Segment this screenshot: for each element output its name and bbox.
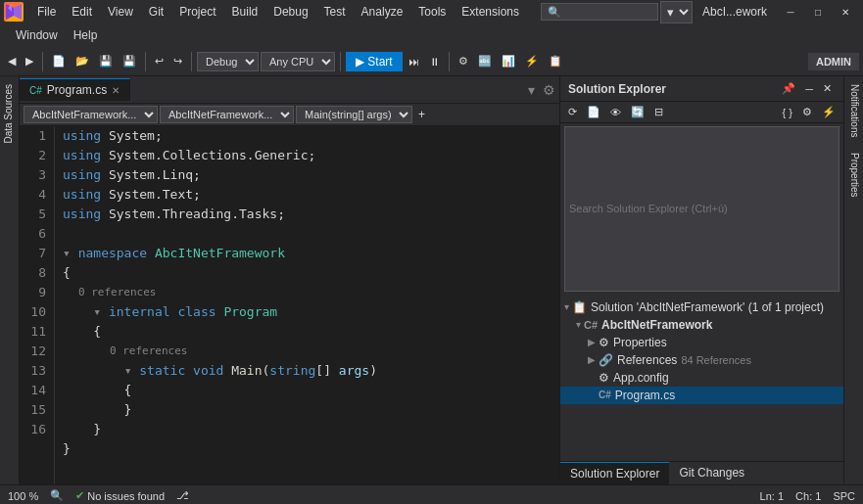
toolbar-redo[interactable]: ↪	[169, 53, 186, 69]
sidebar-data-sources[interactable]: Data Sources	[0, 76, 19, 152]
toolbar-misc3[interactable]: 📊	[498, 53, 519, 69]
se-sync-button[interactable]: ⟳	[564, 104, 581, 120]
se-tab-solution-explorer[interactable]: Solution Explorer	[560, 462, 669, 484]
se-header: Solution Explorer 📌 ─ ✕	[560, 76, 843, 102]
toolbar-forward[interactable]: ▶	[22, 53, 37, 69]
menu-window[interactable]: Window	[8, 26, 66, 44]
app-title: AbcI...ework	[693, 5, 777, 19]
menu-test[interactable]: Test	[316, 3, 354, 21]
member-dropdown[interactable]: Main(string[] args)	[296, 106, 412, 123]
toolbar-open[interactable]: 📂	[72, 53, 93, 69]
toolbar-misc4[interactable]: ⚡	[521, 53, 543, 69]
editor-tab-program[interactable]: C# Program.cs ✕	[20, 78, 130, 101]
se-filter-btn[interactable]: ⚡	[818, 104, 839, 120]
se-close-button[interactable]: ✕	[819, 80, 836, 97]
editor-scrollbar[interactable]	[551, 126, 559, 484]
maximize-button[interactable]: □	[804, 0, 832, 23]
se-refresh-button[interactable]: 🔄	[627, 104, 648, 120]
notifications-tab[interactable]: Notifications	[844, 76, 863, 145]
cs-file-icon: C#	[29, 85, 42, 96]
toolbar-save[interactable]: 💾	[95, 53, 117, 69]
minimize-button[interactable]: ─	[777, 0, 804, 23]
menu-debug[interactable]: Debug	[265, 3, 315, 21]
zoom-status[interactable]: 100 %	[8, 490, 38, 502]
tab-close-button[interactable]: ✕	[112, 85, 120, 96]
se-search-input[interactable]	[564, 126, 839, 292]
menu-view[interactable]: View	[100, 3, 141, 21]
code-line-2: using System.Collections.Generic;	[63, 146, 544, 165]
references-count: 84 References	[681, 354, 751, 366]
toolbar-save-all[interactable]: 💾	[119, 53, 140, 69]
se-properties-item[interactable]: ▶ ⚙ Properties	[560, 334, 843, 351]
se-references-item[interactable]: ▶ 🔗 References 84 References	[560, 351, 843, 369]
project-label: AbcItNetFramework	[601, 318, 712, 332]
close-button[interactable]: ✕	[832, 0, 859, 23]
toolbar-step-over[interactable]: ⏭	[405, 54, 423, 69]
code-line-4: using System.Text;	[63, 185, 544, 205]
se-collapse-button[interactable]: ─	[801, 80, 817, 97]
menu-file[interactable]: File	[29, 3, 64, 21]
menu-extensions[interactable]: Extensions	[454, 3, 527, 21]
properties-tab[interactable]: Properties	[844, 145, 863, 206]
se-project-item[interactable]: ▾ C# AbcItNetFramework	[560, 316, 843, 334]
intellisense-status[interactable]: 🔍	[50, 489, 64, 502]
code-line-15: }	[63, 439, 544, 459]
toolbar-misc2[interactable]: 🔤	[474, 53, 496, 69]
se-collapse-all-button[interactable]: ⊟	[650, 104, 667, 120]
config-dropdown[interactable]: Debug	[197, 52, 259, 71]
se-appconfig-item[interactable]: ▶ ⚙ App.config	[560, 369, 843, 387]
platform-dropdown[interactable]: Any CPU	[261, 52, 335, 71]
namespace-dropdown[interactable]: AbcItNetFramework...	[24, 106, 158, 123]
se-title: Solution Explorer	[568, 82, 666, 96]
code-line-8: {	[63, 263, 544, 283]
menu-bar: File Edit View Git Project Build Debug T…	[0, 0, 863, 23]
code-editor[interactable]: 12345 678910 1112131415 16 using System;…	[20, 126, 559, 484]
admin-button[interactable]: ADMIN	[808, 53, 859, 70]
se-pin-button[interactable]: 📌	[778, 80, 799, 97]
editor-collapse-button[interactable]: ▾	[524, 82, 539, 98]
code-content[interactable]: using System; using System.Collections.G…	[55, 126, 551, 484]
global-search-input[interactable]	[541, 3, 658, 21]
menu-tools[interactable]: Tools	[410, 3, 454, 21]
menu-analyze[interactable]: Analyze	[354, 3, 411, 21]
menu-project[interactable]: Project	[171, 3, 223, 21]
window-controls: ─ □ ✕	[777, 0, 859, 23]
code-line-9: ▾ internal class Program	[63, 302, 544, 322]
editor-settings-button[interactable]: ⚙	[539, 82, 559, 98]
start-button[interactable]: ▶ Start	[346, 52, 403, 71]
se-toolbar: ⟳ 📄 👁 🔄 ⊟ { } ⚙ ⚡	[560, 102, 843, 123]
toolbar-sep2	[145, 52, 146, 71]
class-dropdown[interactable]: AbcItNetFramework...	[160, 106, 294, 123]
programcs-label: Program.cs	[615, 389, 675, 402]
code-line-6	[63, 224, 544, 244]
se-solution-item[interactable]: ▾ 📋 Solution 'AbcItNetFramework' (1 of 1…	[560, 298, 843, 316]
se-new-file-button[interactable]: 📄	[583, 104, 604, 120]
solution-label: Solution 'AbcItNetFramework' (1 of 1 pro…	[591, 300, 824, 314]
code-line-11: ▾ static void Main(string[] args)	[63, 361, 544, 381]
search-dropdown[interactable]: ▾	[660, 1, 693, 23]
menu-edit[interactable]: Edit	[64, 3, 100, 21]
se-programcs-item[interactable]: ▶ C# Program.cs	[560, 387, 843, 404]
toolbar-misc1[interactable]: ⚙	[455, 53, 472, 69]
properties-expand-icon: ▶	[588, 337, 596, 347]
se-tab-git-changes[interactable]: Git Changes	[669, 462, 754, 484]
toolbar-pause[interactable]: ⏸	[425, 54, 444, 69]
editor-plus-button[interactable]: +	[414, 108, 429, 121]
appconfig-expand-icon: ▶	[588, 372, 596, 383]
toolbar-sep3	[191, 52, 192, 71]
toolbar-undo[interactable]: ↩	[151, 53, 168, 69]
git-status[interactable]: ⎇	[176, 489, 189, 502]
se-settings-btn[interactable]: ⚙	[798, 104, 816, 120]
se-show-all-button[interactable]: 👁	[606, 105, 625, 120]
se-tab-bar: Solution Explorer Git Changes	[560, 461, 843, 484]
menu-help[interactable]: Help	[66, 26, 106, 44]
menu-build[interactable]: Build	[224, 3, 266, 21]
issues-status[interactable]: ✔ No issues found	[75, 489, 165, 502]
se-code-view-button[interactable]: { }	[779, 105, 796, 120]
git-icon: ⎇	[176, 489, 189, 502]
toolbar-new[interactable]: 📄	[48, 53, 70, 69]
menu-git[interactable]: Git	[141, 3, 171, 21]
encoding-status: SPC	[833, 490, 855, 502]
toolbar-misc5[interactable]: 📋	[545, 53, 566, 69]
toolbar-back[interactable]: ◀	[4, 53, 20, 69]
